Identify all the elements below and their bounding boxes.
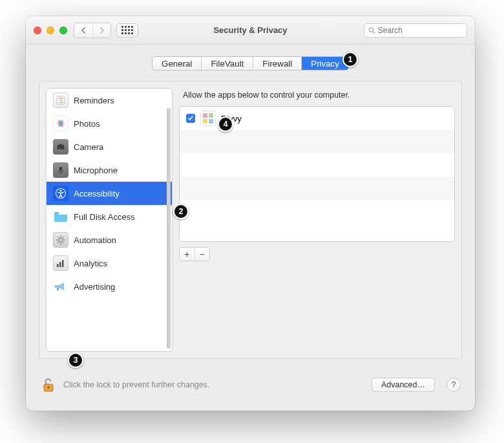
annotation-badge: 1 — [342, 52, 358, 67]
category-sidebar: Reminders Photos Camera — [46, 88, 173, 352]
svg-point-37 — [48, 387, 50, 389]
sidebar-item-camera[interactable]: Camera — [47, 135, 172, 158]
svg-rect-32 — [203, 113, 207, 118]
sidebar-item-label: Analytics — [74, 259, 107, 268]
sidebar-item-label: Reminders — [74, 96, 114, 105]
advanced-button[interactable]: Advanced… — [372, 378, 435, 392]
sidebar-item-label: Automation — [74, 235, 116, 245]
sidebar-item-advertising[interactable]: Advertising — [47, 275, 172, 298]
back-button[interactable] — [74, 23, 92, 38]
tab-privacy[interactable]: Privacy — [301, 57, 348, 70]
nav-back-forward — [74, 23, 111, 38]
reminders-icon — [53, 92, 68, 108]
search-input[interactable] — [378, 26, 463, 35]
svg-rect-33 — [209, 113, 213, 118]
annotation-badge: 4 — [218, 116, 233, 132]
sidebar-item-fulldisk[interactable]: Full Disk Access — [47, 205, 172, 228]
scrollbar[interactable] — [167, 108, 171, 349]
tab-general[interactable]: General — [152, 57, 201, 70]
sidebar-item-automation[interactable]: Automation — [47, 228, 172, 252]
add-remove-group: + − — [179, 247, 210, 261]
svg-rect-29 — [59, 262, 61, 267]
camera-icon — [53, 139, 68, 155]
minimize-icon[interactable] — [47, 27, 54, 34]
svg-point-11 — [59, 146, 63, 149]
sidebar-item-label: Accessibility — [74, 189, 120, 199]
megaphone-icon — [53, 279, 68, 294]
svg-line-1 — [373, 31, 375, 33]
chevron-right-icon — [100, 27, 105, 34]
content-area: General FileVault Firewall Privacy Remin… — [26, 45, 475, 365]
svg-rect-31 — [57, 288, 59, 290]
app-icon — [200, 111, 216, 126]
accessibility-icon — [53, 186, 68, 201]
svg-rect-28 — [57, 264, 59, 267]
remove-button[interactable]: − — [194, 248, 210, 261]
preferences-window: Security & Privacy General FileVault Fir… — [26, 16, 475, 411]
svg-rect-34 — [203, 119, 207, 124]
chart-icon — [53, 255, 68, 271]
folder-icon — [53, 209, 68, 224]
svg-line-26 — [58, 243, 59, 244]
lock-button[interactable] — [40, 376, 57, 393]
sidebar-item-label: Full Disk Access — [74, 212, 135, 222]
gear-icon — [53, 232, 68, 248]
app-row-empty — [180, 130, 454, 153]
svg-line-25 — [63, 243, 65, 244]
sidebar-item-label: Advertising — [74, 282, 115, 292]
help-button[interactable]: ? — [446, 378, 461, 392]
microphone-icon — [53, 162, 68, 178]
search-icon — [368, 27, 375, 34]
sidebar-item-microphone[interactable]: Microphone — [47, 158, 172, 182]
photos-icon — [53, 116, 68, 131]
show-all-button[interactable] — [116, 23, 138, 38]
tab-firewall[interactable]: Firewall — [253, 57, 301, 70]
svg-line-24 — [58, 237, 59, 238]
lock-open-icon — [41, 377, 56, 393]
svg-rect-13 — [59, 167, 62, 171]
forward-button[interactable] — [92, 23, 110, 38]
sidebar-item-analytics[interactable]: Analytics — [47, 252, 172, 275]
app-checkbox[interactable] — [186, 114, 195, 123]
sidebar-item-reminders[interactable]: Reminders — [47, 89, 172, 112]
sidebar-item-accessibility[interactable]: Accessibility — [47, 182, 172, 205]
svg-point-19 — [59, 239, 61, 241]
annotation-badge: 2 — [173, 204, 189, 219]
sidebar-item-label: Microphone — [74, 166, 118, 175]
svg-rect-30 — [62, 260, 64, 267]
svg-rect-35 — [209, 119, 213, 124]
footer: Click the lock to prevent further change… — [40, 372, 461, 398]
titlebar: Security & Privacy — [26, 16, 475, 45]
sidebar-item-photos[interactable]: Photos — [47, 112, 172, 135]
window-controls — [34, 27, 67, 34]
app-row-empty — [180, 200, 454, 223]
search-field[interactable] — [364, 23, 467, 38]
svg-line-27 — [63, 237, 65, 238]
svg-rect-12 — [59, 144, 62, 146]
tab-bar: General FileVault Firewall Privacy — [39, 56, 462, 70]
grid-icon — [121, 26, 133, 34]
lock-message: Click the lock to prevent further change… — [63, 380, 210, 389]
app-row-empty — [180, 177, 454, 200]
privacy-panel: Reminders Photos Camera — [39, 81, 462, 359]
sidebar-item-label: Camera — [74, 142, 103, 152]
add-button[interactable]: + — [180, 248, 194, 261]
chevron-left-icon — [81, 27, 86, 34]
annotation-badge: 3 — [68, 352, 83, 368]
maximize-icon[interactable] — [59, 27, 67, 34]
close-icon[interactable] — [34, 27, 41, 34]
tab-filevault[interactable]: FileVault — [201, 57, 253, 70]
app-row-empty — [180, 153, 454, 177]
sidebar-item-label: Photos — [74, 119, 100, 129]
pane-description: Allow the apps below to control your com… — [179, 88, 455, 106]
svg-point-17 — [60, 190, 62, 192]
svg-point-0 — [369, 27, 373, 31]
